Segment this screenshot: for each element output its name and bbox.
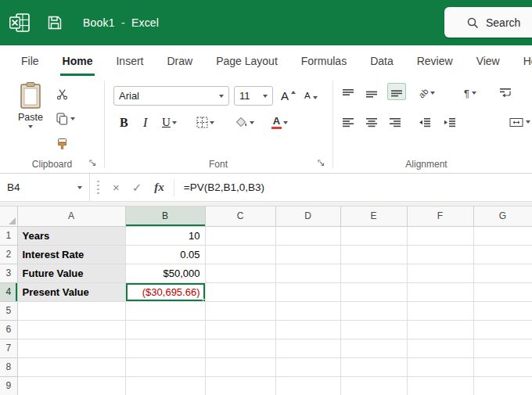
- font-color-button[interactable]: A: [271, 113, 288, 132]
- cell[interactable]: [340, 357, 407, 376]
- enter-button[interactable]: ✓: [126, 181, 149, 195]
- cell[interactable]: [205, 357, 275, 376]
- cell[interactable]: [340, 376, 407, 395]
- cell[interactable]: [125, 301, 205, 320]
- insert-function-button[interactable]: fx: [148, 181, 171, 194]
- cell[interactable]: [275, 301, 340, 320]
- cell[interactable]: [340, 226, 407, 245]
- italic-button[interactable]: I: [143, 113, 147, 132]
- cell[interactable]: [205, 301, 275, 320]
- column-header-f[interactable]: F: [407, 206, 473, 226]
- cell[interactable]: [340, 282, 407, 301]
- cell[interactable]: [473, 226, 532, 245]
- cell[interactable]: [17, 320, 125, 339]
- underline-button[interactable]: U: [162, 113, 177, 132]
- column-header-d[interactable]: D: [275, 206, 340, 226]
- formula-input[interactable]: =PV(B2,B1,0,B3): [184, 181, 264, 193]
- row-header-3[interactable]: 3: [0, 264, 17, 282]
- increase-indent-button[interactable]: [444, 113, 456, 131]
- cell[interactable]: [275, 245, 340, 264]
- row-header-5[interactable]: 5: [0, 301, 17, 320]
- row-header-9[interactable]: 9: [0, 376, 17, 395]
- tab-help[interactable]: Help: [512, 45, 532, 76]
- select-all-button[interactable]: [0, 206, 17, 226]
- cell[interactable]: [275, 264, 340, 282]
- cell[interactable]: [205, 226, 275, 245]
- tab-home[interactable]: Home: [51, 45, 105, 76]
- cell[interactable]: [407, 282, 473, 301]
- row-header-4[interactable]: 4: [0, 282, 17, 301]
- align-middle-button[interactable]: [365, 85, 378, 102]
- column-header-g[interactable]: G: [473, 206, 532, 226]
- borders-button[interactable]: [196, 113, 214, 132]
- cell-a4[interactable]: Present Value: [17, 282, 125, 301]
- row-header-8[interactable]: 8: [0, 357, 17, 376]
- bold-button[interactable]: B: [120, 113, 128, 132]
- cell[interactable]: [340, 320, 407, 339]
- column-header-b[interactable]: B: [125, 206, 205, 226]
- cell[interactable]: [340, 264, 407, 282]
- tab-page-layout[interactable]: Page Layout: [204, 45, 289, 76]
- column-header-e[interactable]: E: [340, 206, 407, 226]
- cell[interactable]: [125, 339, 205, 357]
- cell[interactable]: [407, 339, 473, 357]
- cell[interactable]: [205, 245, 275, 264]
- paste-button[interactable]: Paste: [8, 81, 53, 152]
- row-header-1[interactable]: 1: [0, 226, 17, 245]
- align-top-button[interactable]: [342, 85, 354, 102]
- cell[interactable]: [275, 357, 340, 376]
- tab-formulas[interactable]: Formulas: [289, 45, 358, 76]
- cell[interactable]: [407, 245, 473, 264]
- cut-button[interactable]: [56, 85, 68, 102]
- format-painter-button[interactable]: [56, 135, 68, 153]
- cell[interactable]: [340, 245, 407, 264]
- cell[interactable]: [125, 357, 205, 376]
- formula-bar-grip[interactable]: [97, 181, 99, 195]
- cell-a1[interactable]: Years: [17, 226, 125, 245]
- cell[interactable]: [473, 282, 532, 301]
- cell[interactable]: [205, 282, 275, 301]
- cell-b2[interactable]: 0.05: [125, 245, 205, 264]
- decrease-indent-button[interactable]: [419, 113, 431, 131]
- cell[interactable]: [275, 376, 340, 395]
- cell[interactable]: [205, 376, 275, 395]
- name-box[interactable]: B4: [0, 174, 90, 201]
- text-direction-button[interactable]: ¶: [464, 84, 476, 102]
- font-size-select[interactable]: 11: [234, 86, 273, 106]
- row-header-2[interactable]: 2: [0, 245, 17, 264]
- tab-data[interactable]: Data: [358, 45, 405, 76]
- cell[interactable]: [17, 301, 125, 320]
- cell[interactable]: [407, 376, 473, 395]
- decrease-font-size-button[interactable]: A: [304, 87, 318, 104]
- cell[interactable]: [473, 339, 532, 357]
- tab-draw[interactable]: Draw: [155, 45, 204, 76]
- fill-color-button[interactable]: [235, 113, 254, 132]
- cell[interactable]: [407, 264, 473, 282]
- cell[interactable]: [407, 226, 473, 245]
- align-left-button[interactable]: [342, 113, 354, 131]
- cell[interactable]: [125, 376, 205, 395]
- cell[interactable]: [205, 320, 275, 339]
- cell[interactable]: [473, 320, 532, 339]
- cell[interactable]: [275, 282, 340, 301]
- cell[interactable]: [17, 376, 125, 395]
- row-header-6[interactable]: 6: [0, 320, 17, 339]
- cell[interactable]: [407, 320, 473, 339]
- cell-b3[interactable]: $50,000: [125, 264, 205, 282]
- cell-b4-selected[interactable]: ($30,695.66): [125, 282, 205, 301]
- cell-b1[interactable]: 10: [125, 226, 205, 245]
- tab-review[interactable]: Review: [405, 45, 465, 76]
- column-header-c[interactable]: C: [205, 206, 275, 226]
- wrap-text-button[interactable]: [499, 84, 512, 102]
- tab-file[interactable]: File: [9, 45, 51, 76]
- fill-handle[interactable]: [203, 299, 206, 302]
- tab-insert[interactable]: Insert: [104, 45, 155, 76]
- cell-a3[interactable]: Future Value: [17, 264, 125, 282]
- cell[interactable]: [473, 245, 532, 264]
- cell[interactable]: [473, 301, 532, 320]
- cell[interactable]: [340, 339, 407, 357]
- cell[interactable]: [275, 339, 340, 357]
- cell[interactable]: [340, 301, 407, 320]
- align-right-button[interactable]: [389, 113, 401, 131]
- cell[interactable]: [275, 226, 340, 245]
